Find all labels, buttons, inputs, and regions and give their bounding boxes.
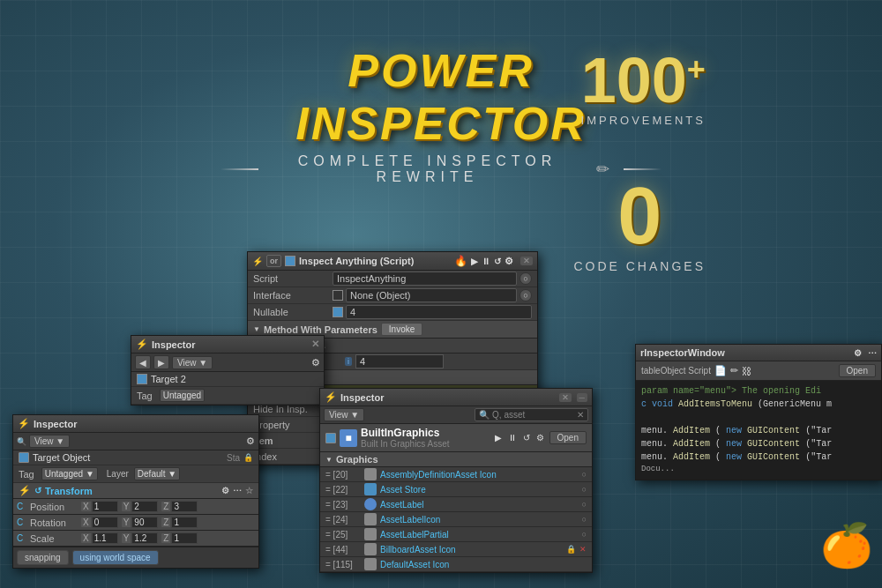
title-checkbox[interactable]	[285, 256, 295, 266]
search-clear-icon[interactable]: ✕	[577, 410, 584, 420]
code-changes-label: CODE CHANGES	[573, 259, 706, 273]
transform-dots[interactable]: ⋯	[233, 486, 242, 495]
transform-section-header[interactable]: ⚡ ↺ Transform ⚙ ⋯ ☆	[13, 483, 258, 499]
rotation-row: C Rotation X Y Z	[13, 515, 258, 531]
item-name: BillboardAsset Icon	[380, 545, 563, 555]
pos-y-input[interactable]	[131, 501, 158, 512]
script-circle-btn[interactable]: ○	[519, 272, 532, 285]
item-circle[interactable]: ○	[582, 485, 587, 494]
tag-select-left[interactable]: Untagged	[160, 389, 205, 402]
nullable-field[interactable]: 4	[346, 305, 532, 319]
refresh-icon[interactable]: ↺	[494, 257, 501, 266]
nav-right-btn[interactable]: ▶	[153, 355, 169, 369]
script-label: Script	[253, 273, 333, 284]
rot-z-label: Z	[161, 517, 170, 527]
snapping-button[interactable]: snapping	[17, 550, 69, 565]
list-item[interactable]: = [25] AssetLabelPartial ○	[320, 527, 592, 542]
interface-row: Interface None (Object) ○	[248, 287, 537, 304]
pos-z-input[interactable]	[171, 501, 198, 512]
rot-icon: C	[17, 517, 27, 527]
item-x-icon[interactable]: ✕	[579, 545, 587, 554]
inspector-center-toolbar: View ▼ 🔍 Q, asset ✕	[320, 406, 592, 424]
invoke-button[interactable]: Invoke	[381, 323, 422, 336]
target-checkbox[interactable]	[19, 452, 29, 463]
view-btn[interactable]: View ▼	[172, 356, 213, 369]
list-item[interactable]: = [22] Asset Store ○	[320, 482, 592, 497]
target-lock-icon[interactable]: 🔒	[243, 453, 253, 462]
script-field[interactable]: InspectAnything	[333, 272, 517, 286]
pause-icon[interactable]: ⏸	[482, 257, 490, 266]
interface-checkbox[interactable]	[333, 290, 343, 301]
il-gear-icon[interactable]: ⚙	[311, 357, 320, 368]
tag-select-main[interactable]: Untagged ▼	[41, 467, 98, 480]
code-dots[interactable]: ⋯	[868, 348, 877, 358]
list-item[interactable]: = [24] AssetLabelIcon ○	[320, 512, 592, 527]
pos-x-input[interactable]	[92, 501, 118, 512]
ic-view-btn[interactable]: View ▼	[324, 408, 364, 421]
rot-x-input[interactable]	[92, 517, 118, 528]
ic-pause-icon[interactable]: ⏸	[506, 431, 519, 444]
ic-play-icon[interactable]: ▶	[493, 431, 504, 444]
scale-x-input[interactable]	[92, 532, 118, 544]
code-open-btn[interactable]: Open	[839, 364, 876, 377]
builtin-buttons: ▶ ⏸ ↺ ⚙	[493, 431, 546, 444]
target2-label: Target 2	[151, 374, 318, 384]
interface-field[interactable]: None (Object)	[346, 288, 517, 302]
transform-gear[interactable]: ⚙	[221, 486, 229, 495]
item-circle[interactable]: ○	[582, 470, 587, 479]
orange-decoration: 🍊	[820, 521, 873, 570]
item-index: = [115]	[325, 560, 361, 569]
nullable-checkbox[interactable]	[333, 307, 343, 317]
im-view-btn[interactable]: View ▼	[29, 435, 70, 448]
rot-y-input[interactable]	[131, 517, 158, 528]
scale-y-input[interactable]	[131, 532, 158, 544]
target2-checkbox[interactable]	[137, 374, 147, 384]
list-item[interactable]: = [23] AssetLabel ○	[320, 497, 592, 512]
list-item[interactable]: = [115] DefaultAsset Icon	[320, 557, 592, 572]
play-icon[interactable]: ▶	[471, 257, 478, 266]
script-row-code: tableObject Script 📄 ✏ ⛓ Open	[636, 361, 881, 381]
im-search-icon: 🔍	[17, 437, 26, 446]
builtin-text-group: BuiltInGraphics Built In Graphics Asset	[361, 427, 490, 449]
inspector-left-titlebar: ⚡ Inspector ✕	[131, 336, 324, 354]
item-circle[interactable]: ○	[582, 500, 587, 509]
layer-select[interactable]: Default ▼	[134, 467, 180, 480]
titlebar-text: Inspect Anything (Script)	[299, 256, 451, 266]
tag-row-main: Tag Untagged ▼ Layer Default ▼	[13, 465, 258, 483]
builtin-checkbox[interactable]	[325, 433, 336, 443]
code-gear[interactable]: ⚙	[854, 348, 862, 358]
ic-refresh-icon[interactable]: ↺	[521, 431, 532, 444]
builtin-sub: Built In Graphics Asset	[361, 439, 490, 449]
im-icon: ⚡	[18, 418, 30, 429]
gear-icon[interactable]: ⚙	[505, 256, 513, 267]
list-item[interactable]: = [20] AssemblyDefinitionAsset Icon ○	[320, 467, 592, 482]
code-line-2: c void AddItemsToMenu (GenericMenu m	[641, 398, 876, 411]
a-field[interactable]: 4	[355, 354, 444, 368]
ic-x-close[interactable]: ✕	[559, 393, 572, 402]
interface-circle-btn[interactable]: ○	[519, 289, 532, 301]
item-circle[interactable]: ○	[582, 515, 587, 524]
script-link-icon: ⛓	[742, 366, 751, 376]
list-item[interactable]: = [44] BillboardAsset Icon 🔒 ✕	[320, 542, 592, 557]
search-box-center[interactable]: 🔍 Q, asset ✕	[475, 408, 588, 421]
il-close[interactable]: ✕	[311, 339, 319, 350]
checkbox-or: or	[266, 255, 281, 267]
ic-minimize[interactable]: ─	[577, 393, 587, 402]
open-button[interactable]: Open	[549, 431, 587, 444]
code-line-5: menu. AddItem ( new GUIContent ("Tar	[641, 437, 876, 450]
item-circle[interactable]: ○	[582, 530, 587, 539]
world-space-button[interactable]: using world space	[72, 550, 159, 565]
target2-row: Target 2	[131, 372, 324, 387]
item-icon	[364, 468, 377, 480]
close-x[interactable]: ✕	[520, 257, 533, 265]
graphics-section-header[interactable]: ▼ Graphics	[320, 452, 592, 467]
rot-z-input[interactable]	[171, 517, 198, 528]
script-pencil-icon: ✏	[730, 365, 738, 376]
script-value: InspectAnything	[337, 273, 406, 284]
im-gear-icon[interactable]: ⚙	[246, 435, 255, 447]
scale-z-input[interactable]	[171, 532, 198, 544]
ic-gear-icon[interactable]: ⚙	[534, 431, 546, 444]
ic-title: Inspector	[340, 392, 556, 403]
nav-left-btn[interactable]: ◀	[135, 355, 151, 369]
transform-star: ☆	[245, 486, 253, 495]
